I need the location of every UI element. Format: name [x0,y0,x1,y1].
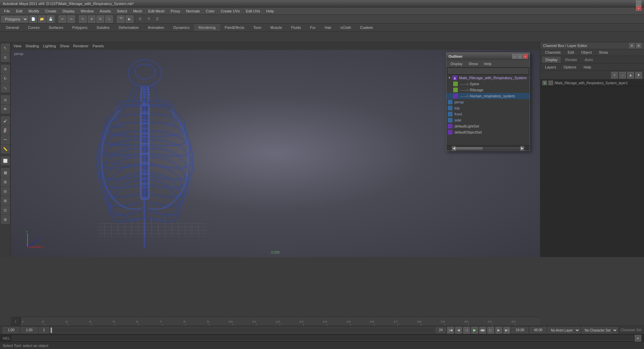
sculpt-icon[interactable]: 🗿 [1,126,10,135]
menu-item-create-uvs[interactable]: Create UVs [218,8,243,14]
view-menu[interactable]: View [13,44,21,48]
outliner-scroll-thumb[interactable] [456,147,483,150]
layer-type-checkbox[interactable] [548,81,553,85]
menu-item-window[interactable]: Window [78,8,96,14]
scale-icon[interactable]: ⤡ [105,15,113,23]
outliner-item-side[interactable]: side [446,117,530,123]
anim-layer-selector[interactable]: No Anim Layer [548,327,580,333]
render-icon[interactable]: 🎬 [117,15,124,23]
object-tab[interactable]: Object [578,50,595,55]
shelf-tab-curves[interactable]: Curves [23,24,44,31]
close-button[interactable]: ✕ [636,6,641,11]
menu-item-edit[interactable]: Edit [13,8,25,14]
shelf-tab-fluids[interactable]: Fluids [287,24,305,31]
rotate-icon[interactable]: ↻ [97,15,104,23]
outliner-minimize-button[interactable]: ─ [512,54,517,59]
outliner-item-root[interactable]: ▼ g Male_Ribcage_with_Respiratory_System [446,75,530,81]
shelf-tab-polygons[interactable]: Polygons [68,24,92,31]
menu-item-color[interactable]: Color [203,8,217,14]
outliner-scroll-right[interactable]: ▶ [520,146,524,151]
outliner-scroll-left[interactable]: ◀ [452,146,456,151]
shelf-tab-subdivs[interactable]: Subdivs [92,24,114,31]
shelf-tab-painteffects[interactable]: PaintEffects [220,24,249,31]
rp-icon1[interactable]: ⊕ [629,43,635,48]
go-to-start-button[interactable]: |◀ [447,327,454,334]
menu-item-create[interactable]: Create [43,8,59,14]
curve-tool-icon[interactable]: 〜 [1,135,10,144]
layer-anim-tab[interactable]: Anim [582,57,596,62]
menu-item-mesh[interactable]: Mesh [130,8,145,14]
next-frame-button[interactable]: ▶ [495,327,502,334]
start-frame-field[interactable]: 1.00 [21,327,38,333]
ipr-icon[interactable]: ▶ [126,15,133,23]
snap-point-icon[interactable]: ⊡ [1,206,10,214]
shelf-tab-fur[interactable]: Fur [306,24,320,31]
show-hide-icon[interactable]: 👁 [1,105,10,113]
save-scene-icon[interactable]: 💾 [47,15,54,23]
layer-visibility-checkbox[interactable]: V [542,81,547,85]
outliner-item-defaultlightset[interactable]: defaultLightSet [446,123,530,129]
lighting-menu[interactable]: Lighting [43,44,56,48]
outliner-h-scrollbar[interactable]: ◀ ▶ [446,145,530,151]
channels-tab[interactable]: Channels [542,50,564,55]
show-menu[interactable]: Show [60,44,69,48]
layer-up-icon[interactable]: ▲ [627,72,634,79]
lasso-tool-icon[interactable]: ⊙ [1,53,10,62]
mode-dropdown[interactable]: Polygons [1,16,28,22]
range-end-field[interactable]: 24 [436,327,446,333]
shading-menu[interactable]: Shading [25,44,39,48]
next-key-button[interactable]: ▷ [487,327,494,334]
menu-item-help[interactable]: Help [264,8,277,14]
outliner-item-top[interactable]: top [446,105,530,111]
layer-delete-icon[interactable]: - [619,72,626,79]
show-tab[interactable]: Show [595,50,611,55]
shelf-tab-muscle[interactable]: Muscle [266,24,286,31]
menu-item-modify[interactable]: Modify [26,8,42,14]
shelf-tab-surfaces[interactable]: Surfaces [44,24,67,31]
layer-row-1[interactable]: V /Male_Ribcage_with_Respiratory_System_… [540,80,644,87]
outliner-item-defaultobjectset[interactable]: defaultObjectSet [446,129,530,135]
outliner-item-front[interactable]: front [446,111,530,117]
grid-icon[interactable]: ⊞ [1,178,10,186]
menu-item-normals[interactable]: Normals [183,8,203,14]
options-sub-tab[interactable]: Options [561,64,579,70]
render-region-icon[interactable]: ⬜ [1,156,10,165]
shelf-tab-custom[interactable]: Custom [356,24,377,31]
soft-select-icon[interactable]: ◎ [1,95,10,104]
menu-item-file[interactable]: File [1,8,13,14]
select-tool-icon[interactable]: ↖ [1,44,10,52]
shelf-tab-general[interactable]: General [1,24,23,31]
open-scene-icon[interactable]: 📂 [38,15,46,23]
shelf-tab-dynamics[interactable]: Dynamics [169,24,194,31]
menu-item-display[interactable]: Display [60,8,77,14]
snap-surface-icon[interactable]: ⊞ [1,215,10,224]
mel-input[interactable] [12,336,633,341]
outliner-item-ribcage[interactable]: ——o Ribcage [446,87,530,93]
play-back-button[interactable]: ◀▶ [479,327,486,334]
range-start-field[interactable]: 1 [39,327,49,333]
outliner-item-persp[interactable]: persp [446,99,530,105]
edit-tab[interactable]: Edit [564,50,577,55]
play-button[interactable]: ▶ [471,327,478,334]
outliner-help-menu[interactable]: Help [481,61,494,66]
move-tool-icon[interactable]: ✛ [1,65,10,73]
menu-item-proxy[interactable]: Proxy [168,8,183,14]
redo-icon[interactable]: ↪ [67,15,75,23]
outliner-search-input[interactable] [448,68,528,74]
prev-frame-button[interactable]: ◀ [455,327,462,334]
menu-item-edit-uvs[interactable]: Edit UVs [243,8,263,14]
character-set-selector[interactable]: No Character Set [582,327,618,333]
select-icon[interactable]: ↖ [79,15,87,23]
rotate-tool-icon[interactable]: ↻ [1,74,10,83]
prev-key-button[interactable]: ◁ [463,327,470,334]
menu-item-select[interactable]: Select [114,8,130,14]
expand-icon[interactable]: ▼ [448,76,451,80]
current-frame-field[interactable]: 1.00 [3,327,19,333]
new-scene-icon[interactable]: 📄 [30,15,37,23]
menu-item-assets[interactable]: Assets [97,8,113,14]
shelf-tab-deformation[interactable]: Deformation [114,24,143,31]
fps-start-field[interactable]: 24.00 [512,327,528,333]
layer-display-icon[interactable]: ▦ [1,168,10,177]
outliner-item-spine[interactable]: ——o Spine [446,81,530,87]
paint-tool-icon[interactable]: 🖌 [1,116,10,125]
